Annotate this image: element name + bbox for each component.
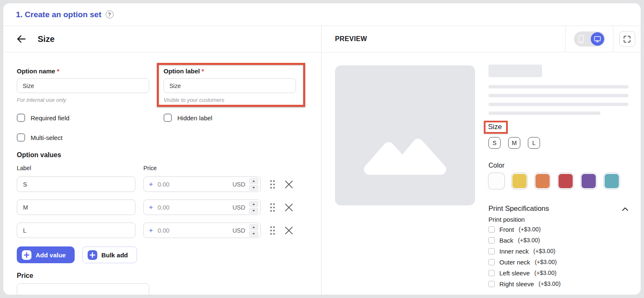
plus-icon: + xyxy=(149,204,153,211)
value-label-input[interactable] xyxy=(17,176,135,192)
remove-value-button[interactable] xyxy=(285,226,293,235)
drag-handle[interactable] xyxy=(270,226,275,235)
drag-dots-icon xyxy=(270,180,275,189)
price-increment-button[interactable] xyxy=(249,224,258,230)
color-swatch-red[interactable] xyxy=(558,173,574,189)
skeleton-line xyxy=(488,103,628,106)
remove-value-button[interactable] xyxy=(285,180,293,189)
currency-label: USD xyxy=(232,227,245,234)
value-price-field[interactable]: + USD xyxy=(143,176,261,192)
price-input-partial[interactable] xyxy=(17,283,149,295)
print-position-row: Front (+$3.00) xyxy=(488,225,628,234)
option-name-input[interactable] xyxy=(17,78,149,93)
color-swatch-orange[interactable] xyxy=(535,173,551,189)
device-toggle[interactable] xyxy=(574,31,605,47)
size-option-s[interactable]: S xyxy=(488,137,501,149)
bulk-add-button[interactable]: Bulk add xyxy=(82,246,137,263)
option-values-heading: Option values xyxy=(17,151,308,159)
print-inner-neck-checkbox[interactable] xyxy=(488,248,495,254)
price-increment-button[interactable] xyxy=(249,178,258,184)
value-label-input[interactable] xyxy=(17,200,135,215)
skeleton-line xyxy=(488,85,628,88)
plus-icon xyxy=(22,250,31,260)
skeleton-line xyxy=(488,94,628,97)
print-option-label: Back xyxy=(499,236,513,245)
print-specifications-heading: Print Specifications xyxy=(488,205,549,213)
skeleton-line xyxy=(488,111,600,115)
print-front-checkbox[interactable] xyxy=(488,226,495,233)
value-price-field[interactable]: + USD xyxy=(143,223,261,238)
drag-handle[interactable] xyxy=(270,180,275,189)
option-label-label: Option label * xyxy=(164,67,296,75)
help-icon[interactable]: ? xyxy=(106,10,114,18)
option-value-row: + USD xyxy=(17,200,308,215)
arrow-left-icon xyxy=(16,34,27,44)
price-stepper xyxy=(249,178,258,191)
price-decrement-button[interactable] xyxy=(249,231,258,237)
print-option-price: (+$3.00) xyxy=(533,247,556,256)
option-label-field-group: Option label * Visible to your customers xyxy=(164,67,296,103)
print-option-price: (+$3.00) xyxy=(518,236,540,245)
down-arrow-icon xyxy=(252,210,255,212)
color-swatch-purple[interactable] xyxy=(581,173,597,189)
collapse-section-button[interactable] xyxy=(622,207,628,211)
add-value-button[interactable]: Add value xyxy=(17,246,75,263)
required-field-label: Required field xyxy=(31,114,70,122)
down-arrow-icon xyxy=(252,187,255,189)
back-button[interactable] xyxy=(16,34,27,44)
option-value-row: + USD xyxy=(17,176,308,192)
price-increment-button[interactable] xyxy=(249,201,258,207)
print-option-label: Front xyxy=(499,225,514,234)
price-section-heading: Price xyxy=(17,272,308,280)
required-asterisk: * xyxy=(57,67,60,75)
price-decrement-button[interactable] xyxy=(249,185,258,191)
preview-title: PREVIEW xyxy=(335,35,367,43)
price-input[interactable] xyxy=(157,181,229,188)
print-position-row: Left sleeve (+$3.00) xyxy=(488,269,628,277)
color-swatch-teal[interactable] xyxy=(604,173,620,189)
color-swatch-yellow[interactable] xyxy=(512,173,527,189)
print-option-price: (+$3.00) xyxy=(519,225,541,234)
panels: Size Option name * For internal use only… xyxy=(3,26,641,295)
required-field-row: Required field xyxy=(17,114,164,122)
drag-dots-icon xyxy=(270,226,275,235)
hidden-label-checkbox[interactable] xyxy=(164,114,172,122)
print-right-sleeve-checkbox[interactable] xyxy=(488,281,495,287)
option-value-row: + USD xyxy=(17,223,308,238)
preview-body: Size S M L Color xyxy=(322,52,641,295)
skeleton-title-block xyxy=(488,65,542,77)
multi-select-checkbox[interactable] xyxy=(17,133,25,142)
drag-handle[interactable] xyxy=(270,203,275,212)
print-left-sleeve-checkbox[interactable] xyxy=(488,270,495,276)
size-option-m[interactable]: M xyxy=(508,137,520,149)
size-option-l[interactable]: L xyxy=(528,137,540,149)
price-input[interactable] xyxy=(157,204,229,211)
required-field-checkbox[interactable] xyxy=(17,114,25,122)
drag-dots-icon xyxy=(270,203,275,212)
editor-form: Option name * For internal use only Opti… xyxy=(3,52,321,295)
color-swatch-white[interactable] xyxy=(488,173,504,189)
option-name-helper: For internal use only xyxy=(17,97,149,103)
value-price-field[interactable]: + USD xyxy=(143,200,261,215)
option-set-editor-panel: Size Option name * For internal use only… xyxy=(3,26,322,295)
preview-panel: PREVIEW xyxy=(322,26,641,295)
fullscreen-button[interactable] xyxy=(619,31,635,47)
main-card: 1. Create an option set ? Size Option na… xyxy=(3,3,641,295)
value-label-input[interactable] xyxy=(17,223,135,238)
product-image-placeholder xyxy=(335,65,475,205)
remove-value-button[interactable] xyxy=(285,203,293,212)
down-arrow-icon xyxy=(252,233,255,235)
print-back-checkbox[interactable] xyxy=(488,237,495,244)
price-decrement-button[interactable] xyxy=(249,208,258,214)
desktop-toggle-active[interactable] xyxy=(591,32,604,46)
price-input[interactable] xyxy=(157,227,229,234)
currency-label: USD xyxy=(232,204,245,211)
up-arrow-icon xyxy=(252,180,255,182)
print-outer-neck-checkbox[interactable] xyxy=(488,259,495,265)
mobile-icon[interactable] xyxy=(578,35,584,44)
price-stepper xyxy=(249,201,258,214)
option-label-input[interactable] xyxy=(164,78,296,93)
preview-header: PREVIEW xyxy=(322,26,641,52)
print-position-row: Back (+$3.00) xyxy=(488,236,628,245)
print-option-label: Inner neck xyxy=(499,247,529,256)
